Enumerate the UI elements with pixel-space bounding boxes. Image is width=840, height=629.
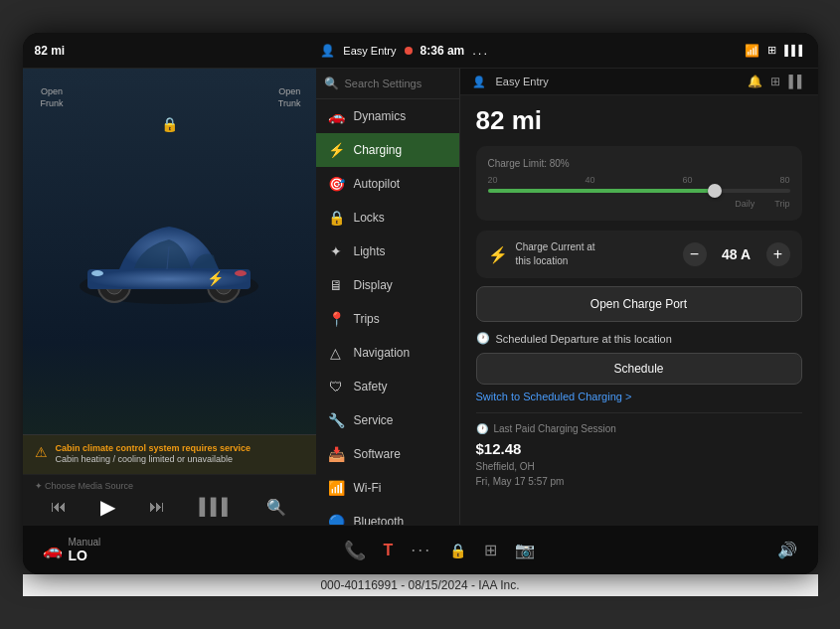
gear-value: LO — [69, 548, 101, 563]
tesla-icon-bottom[interactable]: T — [384, 542, 394, 559]
navigation-label: Navigation — [354, 346, 411, 360]
charge-thumb[interactable] — [708, 184, 722, 198]
bluetooth-icon: 🔵 — [328, 514, 344, 525]
current-value: 48 A — [717, 246, 756, 262]
signal-bar: ▌▌▌ — [784, 45, 805, 56]
media-source[interactable]: ✦ Choose Media Source — [35, 481, 304, 491]
switch-charging-link[interactable]: Switch to Scheduled Charging > — [476, 391, 802, 402]
session-amount: $12.48 — [476, 440, 802, 457]
next-button[interactable]: ⏭ — [149, 498, 165, 516]
car-display-area: Open Frunk Open Trunk 🔒 — [23, 69, 316, 434]
safety-label: Safety — [354, 380, 388, 393]
lock-icon-car: 🔒 — [161, 116, 178, 132]
panel-icons: 🔔 ⊞ ▌▌ — [748, 75, 805, 88]
bt-panel-icon[interactable]: ⊞ — [770, 75, 780, 88]
apps-dots-button[interactable]: ··· — [411, 540, 431, 560]
left-panel: Open Frunk Open Trunk 🔒 — [23, 69, 316, 525]
status-center: 👤 Easy Entry 8:36 am ... — [320, 43, 489, 58]
decrease-current-button[interactable]: − — [683, 242, 707, 266]
auction-text: 000-40116991 - 08/15/2024 - IAA Inc. — [320, 578, 519, 592]
scheduled-section: 🕐 Scheduled Departure at this location S… — [476, 332, 802, 402]
service-icon: 🔧 — [328, 412, 344, 428]
panel-top-bar: 👤 Easy Entry 🔔 ⊞ ▌▌ — [460, 69, 818, 95]
settings-item-dynamics[interactable]: 🚗 Dynamics — [316, 99, 459, 133]
schedule-button[interactable]: Schedule — [476, 353, 802, 385]
charge-controls: − 48 A + — [683, 242, 790, 266]
status-left: 82 mi — [35, 44, 66, 58]
gear-label: Manual — [69, 537, 101, 548]
volume-icon-bottom[interactable]: 🔊 — [777, 541, 797, 559]
increase-current-button[interactable]: + — [766, 242, 790, 266]
settings-item-lights[interactable]: ✦ Lights — [316, 235, 459, 268]
media-source-label[interactable]: ✦ Choose Media Source — [35, 481, 134, 491]
open-charge-port-button[interactable]: Open Charge Port — [476, 286, 802, 322]
wifi-icon: 📶 — [328, 480, 344, 496]
bottom-left: 🚗 Manual LO — [43, 537, 101, 563]
charging-icon: ⚡ — [328, 142, 344, 158]
trips-icon: 📍 — [328, 311, 344, 327]
settings-item-navigation[interactable]: △ Navigation — [316, 336, 459, 370]
clock-icon: 🕐 — [476, 332, 490, 345]
locks-icon: 🔒 — [328, 210, 344, 226]
person-icon: 👤 — [320, 44, 335, 58]
main-content: Open Frunk Open Trunk 🔒 — [23, 69, 818, 525]
bluetooth-label: Bluetooth — [354, 515, 405, 525]
panel-easy-entry: 👤 Easy Entry — [472, 76, 549, 88]
charge-fill — [488, 189, 715, 193]
charging-label: Charging — [354, 143, 403, 157]
charge-current-icon: ⚡ — [488, 245, 508, 264]
frunk-label[interactable]: Open Frunk — [41, 86, 64, 109]
svg-rect-5 — [87, 269, 251, 289]
bt-icon-bottom[interactable]: ⊞ — [484, 541, 497, 559]
charge-labels: Daily Trip — [488, 199, 790, 209]
settings-item-trips[interactable]: 📍 Trips — [316, 302, 459, 336]
settings-menu: 🚗 Dynamics ⚡ Charging 🎯 Autopilot 🔒 Lock… — [316, 99, 459, 525]
phone-icon-bottom[interactable]: 📞 — [344, 540, 366, 561]
car-illustration: ⚡ — [60, 192, 278, 321]
prev-button[interactable]: ⏮ — [51, 498, 67, 516]
navigation-icon: △ — [328, 345, 344, 361]
marker-40: 40 — [585, 175, 594, 185]
search-input[interactable] — [345, 78, 451, 89]
search-media-button[interactable]: 🔍 — [266, 498, 286, 517]
range-value: 82 mi — [476, 105, 802, 136]
lock-icon-bottom[interactable]: 🔒 — [449, 543, 466, 558]
charge-current-label: ⚡ Charge Current at this location — [488, 240, 595, 268]
settings-item-safety[interactable]: 🛡 Safety — [316, 370, 459, 403]
status-right: 📶 ⊞ ▌▌▌ — [745, 44, 805, 58]
wifi-label: Wi-Fi — [354, 481, 382, 495]
camera-icon-bottom[interactable]: 📷 — [515, 541, 535, 559]
warning-detail: Cabin heating / cooling limited or unava… — [56, 453, 252, 466]
settings-item-wifi[interactable]: 📶 Wi-Fi — [316, 471, 459, 505]
lights-icon: ✦ — [328, 243, 344, 259]
charge-markers: 20 40 60 80 — [488, 175, 790, 185]
charge-slider-track[interactable] — [488, 189, 790, 193]
display-icon: 🖥 — [328, 277, 344, 293]
last-session-title: 🕐 Last Paid Charging Session — [476, 423, 802, 434]
locks-label: Locks — [354, 211, 385, 225]
settings-item-service[interactable]: 🔧 Service — [316, 403, 459, 437]
equalizer-button[interactable]: ▌▌▌ — [199, 498, 233, 516]
screen-bezel: 82 mi 👤 Easy Entry 8:36 am ... 📶 ⊞ ▌▌▌ O… — [23, 33, 818, 574]
play-button[interactable]: ▶ — [100, 495, 115, 519]
settings-menu-panel: 🔍 🚗 Dynamics ⚡ Charging 🎯 Autopilot — [316, 69, 460, 525]
settings-item-display[interactable]: 🖥 Display — [316, 268, 459, 302]
more-options[interactable]: ... — [472, 43, 489, 58]
wifi-icon-status: 📶 — [745, 44, 759, 58]
bell-icon[interactable]: 🔔 — [748, 75, 762, 88]
settings-item-locks[interactable]: 🔒 Locks — [316, 201, 459, 235]
car-icon-bottom[interactable]: 🚗 — [43, 541, 63, 559]
range-display: 82 mi — [35, 44, 66, 58]
warning-panel: ⚠ Cabin climate control system requires … — [23, 434, 316, 474]
charge-limit-label: Charge Limit: 80% — [488, 158, 790, 169]
settings-item-bluetooth[interactable]: 🔵 Bluetooth — [316, 505, 459, 525]
dynamics-icon: 🚗 — [328, 108, 344, 124]
bottom-center: 📞 T ··· 🔒 ⊞ 📷 — [344, 540, 536, 561]
trunk-label[interactable]: Open Trunk — [278, 86, 301, 109]
warning-icon: ⚠ — [35, 444, 48, 460]
settings-item-software[interactable]: 📥 Software — [316, 437, 459, 471]
settings-item-charging[interactable]: ⚡ Charging — [316, 133, 459, 167]
trip-label: Trip — [774, 199, 789, 209]
search-bar[interactable]: 🔍 — [316, 69, 459, 99]
settings-item-autopilot[interactable]: 🎯 Autopilot — [316, 167, 459, 201]
